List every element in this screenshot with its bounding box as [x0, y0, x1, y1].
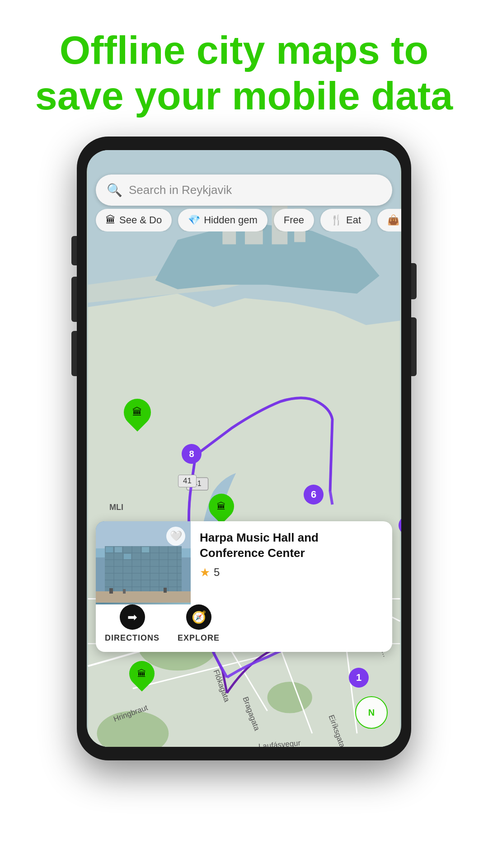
chip-see-do-label: See & Do [119, 214, 162, 226]
svg-point-8 [267, 682, 312, 713]
svg-rect-47 [124, 554, 131, 559]
eat-icon: 🍴 [330, 214, 343, 226]
power-button [71, 331, 77, 376]
chips-row: 🏛 See & Do 💎 Hidden gem Free 🍴 Eat 👜 Sh.… [87, 209, 401, 231]
svg-rect-29 [105, 546, 182, 598]
road-label-mli: MLI [109, 503, 123, 512]
svg-rect-45 [106, 547, 113, 552]
marker-museum-4[interactable]: 🏛 [129, 661, 155, 686]
search-icon: 🔍 [107, 183, 122, 198]
map-svg: 41 Landspítali [87, 150, 401, 747]
phone-mockup-container: 41 Landspítali 8 [0, 137, 488, 760]
directions-icon: ➡ [120, 604, 145, 630]
volume-down-button [71, 277, 77, 322]
chip-eat-label: Eat [346, 214, 361, 226]
phone-mockup: 41 Landspítali 8 [77, 137, 411, 760]
search-overlay: 🔍 Search in Reykjavik [87, 166, 401, 210]
chip-free-label: Free [284, 214, 304, 226]
rating-row: ★ 5 [200, 566, 383, 580]
directions-label: DIRECTIONS [105, 633, 160, 643]
hidden-gem-icon: 💎 [188, 214, 200, 226]
svg-rect-48 [142, 547, 149, 552]
card-title: Harpa Music Hall and Conference Center [200, 530, 383, 561]
shop-icon: 👜 [387, 214, 399, 226]
chip-hidden-gem-label: Hidden gem [204, 214, 258, 226]
volume-up-button [71, 236, 77, 265]
search-placeholder: Search in Reykjavik [129, 183, 232, 197]
card-image: 🤍 [96, 521, 191, 604]
svg-rect-52 [164, 588, 167, 593]
marker-museum-1[interactable]: 🏛 [124, 399, 151, 426]
phone-screen: 41 Landspítali 8 [87, 150, 401, 747]
info-card: 🤍 Harpa Music Hall and Conference Center… [96, 521, 392, 652]
card-actions: ➡ DIRECTIONS 🧭 EXPLORE [96, 604, 392, 652]
see-do-icon: 🏛 [106, 214, 116, 226]
svg-rect-46 [115, 547, 122, 552]
explore-icon: 🧭 [186, 604, 211, 630]
explore-button[interactable]: 🧭 EXPLORE [178, 604, 220, 643]
card-info: Harpa Music Hall and Conference Center ★… [191, 521, 392, 604]
directions-button[interactable]: ➡ DIRECTIONS [105, 604, 160, 643]
marker-1[interactable]: 1 [349, 668, 369, 688]
chip-free[interactable]: Free [274, 209, 314, 231]
star-icon: ★ [200, 566, 210, 580]
search-bar[interactable]: 🔍 Search in Reykjavik [96, 175, 392, 206]
rating-value: 5 [214, 566, 220, 579]
marker-museum-2[interactable]: 🏛 [209, 494, 234, 519]
explore-label: EXPLORE [178, 633, 220, 643]
road-41-sign: 41 [178, 475, 197, 487]
marker-5[interactable]: 5 [399, 516, 401, 534]
compass[interactable]: N [355, 696, 388, 729]
chip-eat[interactable]: 🍴 Eat [320, 209, 371, 231]
headline-text: Offline city maps to save your mobile da… [27, 27, 461, 118]
chip-see-do[interactable]: 🏛 See & Do [96, 209, 172, 231]
marker-8[interactable]: 8 [182, 444, 202, 464]
svg-rect-51 [123, 589, 126, 594]
headline-section: Offline city maps to save your mobile da… [0, 0, 488, 137]
marker-6[interactable]: 6 [304, 485, 324, 505]
compass-n-label: N [368, 708, 375, 718]
svg-rect-50 [109, 588, 113, 594]
chip-shop[interactable]: 👜 Sh... [377, 209, 401, 231]
card-content: 🤍 Harpa Music Hall and Conference Center… [96, 521, 392, 604]
map-area[interactable]: 41 Landspítali 8 [87, 150, 401, 747]
chip-hidden-gem[interactable]: 💎 Hidden gem [178, 209, 267, 231]
